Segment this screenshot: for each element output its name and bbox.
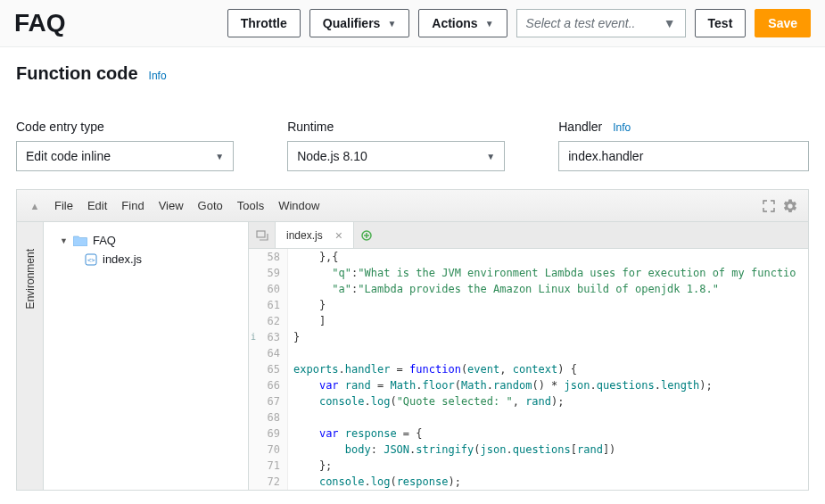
test-event-select[interactable]: Select a test event..▼	[516, 9, 686, 37]
gear-icon[interactable]	[780, 195, 801, 217]
chevron-down-icon: ▼	[60, 236, 68, 245]
qualifiers-dropdown[interactable]: Qualifiers▼	[309, 9, 410, 37]
menubar-item-view[interactable]: View	[159, 199, 184, 212]
handler-label-text: Handler	[558, 120, 602, 134]
svg-rect-2	[257, 231, 265, 237]
page-title: FAQ	[14, 9, 66, 37]
save-button[interactable]: Save	[755, 9, 811, 37]
line-number: 60	[249, 281, 280, 297]
collapse-toggle-icon[interactable]: ▲	[24, 201, 45, 211]
code-content[interactable]: 585960616263i6465666768697071727374 },{ …	[249, 249, 808, 490]
svg-text:<>: <>	[87, 257, 95, 264]
environment-sidebar-label[interactable]: Environment	[24, 249, 37, 309]
save-label: Save	[768, 16, 797, 30]
line-number: 68	[249, 409, 280, 426]
line-number: 70	[249, 442, 280, 458]
throttle-button[interactable]: Throttle	[227, 9, 301, 37]
code-line[interactable]: "q":"What is the JVM environment Lambda …	[293, 265, 808, 281]
code-entry-type-label: Code entry type	[16, 120, 234, 134]
code-line[interactable]: "a":"Lambda provides the Amazon Linux bu…	[293, 281, 808, 297]
new-tab-button[interactable]	[354, 222, 379, 248]
code-line[interactable]: },{	[293, 249, 808, 265]
file-tree: ▼ FAQ <> index.js	[44, 222, 249, 490]
menubar-item-tools[interactable]: Tools	[237, 199, 264, 212]
line-number: 72	[249, 474, 280, 490]
handler-input[interactable]: index.handler	[558, 141, 809, 171]
menubar-item-find[interactable]: Find	[121, 199, 144, 212]
chevron-down-icon: ▼	[215, 152, 224, 161]
line-number: 62	[249, 313, 280, 329]
line-number: 71	[249, 458, 280, 474]
runtime-value: Node.js 8.10	[297, 149, 367, 163]
code-line[interactable]: console.log("Quote selected: ", rand);	[293, 393, 808, 409]
line-number: 59	[249, 265, 280, 281]
code-line[interactable]	[293, 409, 808, 426]
code-line[interactable]: var rand = Math.floor(Math.random() * js…	[293, 377, 808, 393]
code-line[interactable]: exports.handler = function(event, contex…	[293, 361, 808, 377]
actions-label: Actions	[432, 16, 477, 30]
tree-folder-label: FAQ	[93, 234, 116, 247]
qualifiers-label: Qualifiers	[323, 16, 381, 30]
test-label: Test	[708, 16, 733, 30]
line-number: 66	[249, 377, 280, 393]
line-number: 67	[249, 393, 280, 409]
code-line[interactable]: var response = {	[293, 426, 808, 442]
test-button[interactable]: Test	[695, 9, 747, 37]
code-entry-type-value: Edit code inline	[26, 149, 111, 163]
code-line[interactable]: ]	[293, 313, 808, 329]
chevron-down-icon: ▼	[486, 152, 495, 161]
close-icon[interactable]: ×	[335, 228, 342, 243]
code-line[interactable]: body: JSON.stringify(json.questions[rand…	[293, 442, 808, 458]
code-line[interactable]: console.log(response);	[293, 474, 808, 490]
section-title: Function code	[16, 63, 138, 84]
info-link[interactable]: Info	[149, 70, 167, 82]
code-line[interactable]: }	[293, 329, 808, 345]
actions-dropdown[interactable]: Actions▼	[418, 9, 507, 37]
test-event-placeholder: Select a test event..	[526, 16, 636, 30]
code-line[interactable]: };	[293, 458, 808, 474]
line-number: 63i	[249, 329, 280, 345]
code-entry-type-select[interactable]: Edit code inline ▼	[16, 141, 234, 171]
code-editor: ▲ FileEditFindViewGotoToolsWindow Enviro…	[16, 189, 809, 491]
info-marker-icon: i	[251, 329, 256, 345]
folder-icon	[73, 235, 87, 246]
menubar-item-edit[interactable]: Edit	[87, 199, 107, 212]
chevron-down-icon: ▼	[664, 16, 676, 30]
code-line[interactable]: }	[293, 297, 808, 313]
tab-label: index.js	[286, 229, 323, 242]
js-file-icon: <>	[85, 253, 97, 266]
line-number: 61	[249, 297, 280, 313]
handler-label: Handler Info	[558, 120, 809, 134]
tab-index-js[interactable]: index.js ×	[276, 222, 354, 248]
throttle-label: Throttle	[241, 16, 287, 30]
runtime-select[interactable]: Node.js 8.10 ▼	[287, 141, 505, 171]
handler-value: index.handler	[568, 149, 643, 163]
line-number: 65	[249, 361, 280, 377]
line-number: 69	[249, 426, 280, 442]
tree-folder-root[interactable]: ▼ FAQ	[51, 231, 241, 250]
menubar-item-window[interactable]: Window	[278, 199, 319, 212]
code-line[interactable]	[293, 345, 808, 361]
tab-stack-icon[interactable]	[249, 222, 276, 248]
handler-info-link[interactable]: Info	[613, 121, 631, 134]
menubar-item-file[interactable]: File	[54, 199, 73, 212]
runtime-label: Runtime	[287, 120, 505, 134]
menubar-item-goto[interactable]: Goto	[198, 199, 223, 212]
tree-file-label: index.js	[103, 252, 142, 266]
fullscreen-icon[interactable]	[758, 195, 780, 217]
tree-file-item[interactable]: <> index.js	[51, 250, 241, 269]
line-number: 64	[249, 345, 280, 361]
chevron-down-icon: ▼	[387, 19, 396, 29]
line-number: 58	[249, 249, 280, 265]
chevron-down-icon: ▼	[485, 19, 494, 29]
